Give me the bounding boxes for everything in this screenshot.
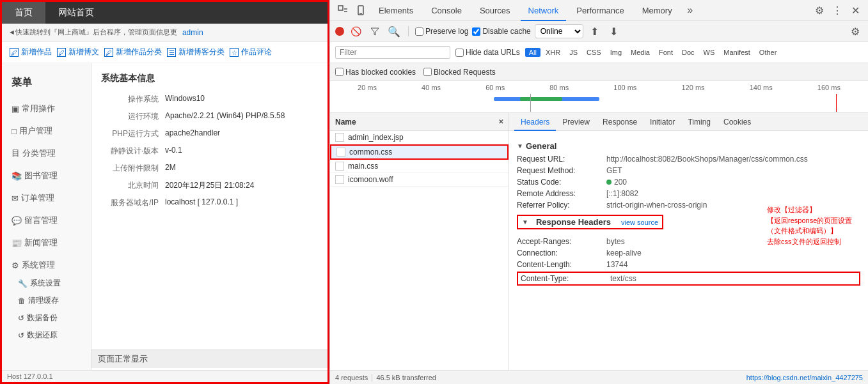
filter-btn-all[interactable]: All bbox=[525, 48, 541, 57]
clear-btn[interactable]: 🚫 bbox=[348, 24, 363, 39]
work-comment-link[interactable]: ☆作品评论 bbox=[228, 47, 272, 58]
filter-btn-font[interactable]: Font bbox=[655, 48, 677, 57]
breadcrumb-bar: ◄快速跳转到『网上商城』后台程序，管理页面信息更 admin bbox=[2, 24, 327, 42]
sidebar-item-news-mgmt[interactable]: 📰 新闻管理 bbox=[2, 233, 91, 252]
status-dot-icon bbox=[606, 180, 612, 185]
sidebar-item-book-mgmt[interactable]: 📚 图书管理 bbox=[2, 166, 91, 185]
filter-btn-doc[interactable]: Doc bbox=[678, 48, 698, 57]
request-item-main-css[interactable]: main.css bbox=[330, 160, 509, 173]
info-value-time: 2020年12月25日 21:08:24 bbox=[165, 180, 318, 191]
mail-icon: ✉ bbox=[12, 194, 19, 203]
filter-btn-img[interactable]: Img bbox=[606, 48, 626, 57]
filter-btn-manifest[interactable]: Manifest bbox=[720, 48, 754, 57]
status-code-value: 200 bbox=[606, 178, 860, 187]
sidebar-item-data-restore[interactable]: ↺ 数据还原 bbox=[2, 326, 91, 344]
has-blocked-cookies-checkbox[interactable] bbox=[335, 68, 343, 76]
add-blog-category-link[interactable]: ☰新增博客分类 bbox=[166, 47, 225, 58]
search-icon-btn[interactable]: 🔍 bbox=[386, 24, 402, 39]
detail-content: ▼ General Request URL: http://localhost:… bbox=[509, 131, 868, 370]
tab-performance[interactable]: Performance bbox=[569, 0, 631, 21]
network-settings-icon[interactable]: ⚙ bbox=[848, 24, 863, 39]
download-icon[interactable]: ⬇ bbox=[606, 24, 622, 39]
close-detail-icon[interactable]: ✕ bbox=[498, 118, 503, 125]
sidebar-item-system-settings[interactable]: 🔧 系统设置 bbox=[2, 275, 91, 292]
request-item-icomoon[interactable]: icomoon.woff bbox=[330, 173, 509, 187]
detail-tab-initiator[interactable]: Initiator bbox=[643, 113, 681, 131]
upload-icon[interactable]: ⬆ bbox=[587, 24, 603, 39]
tab-home[interactable]: 首页 bbox=[2, 2, 45, 24]
detail-tab-response[interactable]: Response bbox=[596, 113, 643, 131]
timeline-cursor bbox=[530, 94, 531, 112]
disable-cache-checkbox[interactable] bbox=[472, 27, 480, 36]
blocked-requests-label[interactable]: Blocked Requests bbox=[423, 68, 496, 77]
request-item-common-css[interactable]: common.css bbox=[330, 144, 509, 160]
detail-tab-timing[interactable]: Timing bbox=[681, 113, 717, 131]
has-blocked-cookies-label[interactable]: Has blocked cookies bbox=[335, 68, 416, 77]
filter-btn-css[interactable]: CSS bbox=[583, 48, 605, 57]
add-work-link[interactable]: 🖊新增作品 bbox=[8, 47, 52, 58]
add-blog-link[interactable]: 🖊新增博文 bbox=[56, 47, 99, 58]
content-length-value: 13744 bbox=[606, 260, 860, 269]
tab-network[interactable]: Network bbox=[521, 0, 567, 21]
filter-btn-media[interactable]: Media bbox=[627, 48, 654, 57]
tab-console[interactable]: Console bbox=[423, 0, 470, 21]
detail-tab-headers[interactable]: Headers bbox=[514, 113, 556, 131]
response-headers-title[interactable]: ▼ Response Headers view source bbox=[517, 215, 663, 229]
sidebar-group-book: 📚 图书管理 bbox=[2, 166, 91, 185]
general-arrow-icon: ▼ bbox=[517, 142, 523, 150]
disable-cache-label[interactable]: Disable cache bbox=[472, 27, 530, 36]
sidebar-item-message-mgmt[interactable]: 💬 留言管理 bbox=[2, 211, 91, 230]
tab-website-home[interactable]: 网站首页 bbox=[45, 2, 107, 24]
list-icon2: 目 bbox=[12, 148, 20, 159]
view-source-link[interactable]: view source bbox=[621, 219, 658, 226]
sidebar-item-category-mgmt[interactable]: 目 分类管理 bbox=[2, 144, 91, 163]
sidebar-item-clear-cache[interactable]: 🗑 清理缓存 bbox=[2, 292, 91, 309]
record-button[interactable] bbox=[335, 27, 344, 36]
filter-btn-js[interactable]: JS bbox=[565, 48, 581, 57]
tab-elements[interactable]: Elements bbox=[371, 0, 421, 21]
sidebar-item-order-mgmt[interactable]: ✉ 订单管理 bbox=[2, 188, 91, 208]
tab-memory[interactable]: Memory bbox=[635, 0, 680, 21]
preserve-log-checkbox[interactable] bbox=[415, 27, 423, 36]
main-content: 系统基本信息 操作系统 Windows10 运行环境 Apache/2.2.21… bbox=[91, 63, 327, 382]
filter-btn-ws[interactable]: WS bbox=[700, 48, 719, 57]
request-item-admin[interactable]: admin_index.jsp bbox=[330, 131, 509, 144]
preserve-log-label[interactable]: Preserve log bbox=[415, 27, 468, 36]
detail-tab-cookies[interactable]: Cookies bbox=[717, 113, 757, 131]
filter-icon-btn[interactable] bbox=[367, 24, 383, 39]
settings-icon[interactable]: ⚙ bbox=[812, 3, 827, 18]
info-value-host: localhost [ 127.0.0.1 ] bbox=[165, 197, 318, 208]
close-devtools-icon[interactable]: ✕ bbox=[848, 3, 863, 18]
edit-icon3: 🖊 bbox=[104, 48, 113, 57]
more-options-icon[interactable]: ⋮ bbox=[830, 3, 845, 18]
list-icon: ☰ bbox=[167, 48, 176, 57]
info-row-version: 静静设计·版本 v-0.1 bbox=[101, 146, 318, 157]
info-row-env: 运行环境 Apache/2.2.21 (Win64) PHP/8.5.58 bbox=[101, 111, 318, 122]
mobile-icon[interactable] bbox=[353, 3, 368, 18]
content-type-value: text/css bbox=[610, 274, 856, 283]
info-row-php: PHP运行方式 apache2handler bbox=[101, 128, 318, 139]
info-value-upload: 2M bbox=[165, 163, 318, 174]
tab-sources[interactable]: Sources bbox=[472, 0, 518, 21]
hide-data-urls-checkbox[interactable] bbox=[455, 49, 464, 57]
hide-data-urls-label[interactable]: Hide data URLs bbox=[455, 48, 520, 57]
blocked-requests-checkbox[interactable] bbox=[423, 68, 432, 76]
response-arrow-icon: ▼ bbox=[522, 219, 528, 226]
inspect-icon[interactable] bbox=[335, 3, 351, 18]
general-section-header[interactable]: ▼ General bbox=[517, 141, 860, 151]
network-main: Name ✕ admin_index.jsp common.css bbox=[330, 113, 868, 370]
sidebar-item-user-mgmt[interactable]: □ 用户管理 bbox=[2, 121, 91, 141]
sidebar-item-system-mgmt[interactable]: ⚙ 系统管理 bbox=[2, 256, 91, 275]
info-label-time: 北京时间 bbox=[101, 180, 165, 191]
throttle-select[interactable]: Online Fast 3G Slow 3G Offline bbox=[535, 24, 583, 38]
add-work-category-link[interactable]: 🖊新增作品分类 bbox=[103, 47, 162, 58]
filter-btn-other[interactable]: Other bbox=[755, 48, 781, 57]
sidebar-group-common: ▣ 常用操作 bbox=[2, 99, 91, 118]
more-tabs-icon[interactable]: » bbox=[683, 3, 698, 18]
filter-btn-xhr[interactable]: XHR bbox=[542, 48, 564, 57]
sidebar-item-data-backup[interactable]: ↺ 数据备份 bbox=[2, 309, 91, 326]
detail-tab-preview[interactable]: Preview bbox=[556, 113, 596, 131]
page-normal-banner: 页面正常显示 bbox=[91, 349, 327, 368]
sidebar-item-common-ops[interactable]: ▣ 常用操作 bbox=[2, 99, 91, 118]
filter-input[interactable] bbox=[335, 46, 450, 59]
